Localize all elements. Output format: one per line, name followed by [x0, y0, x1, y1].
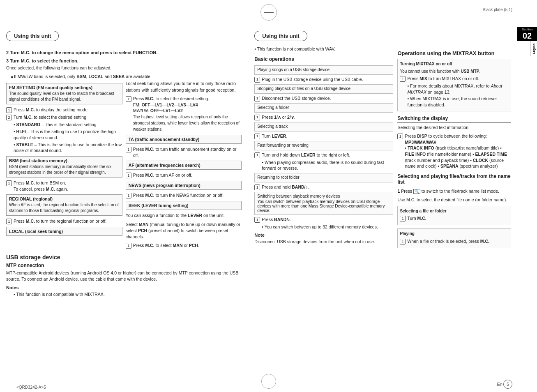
select-file-step1: 1 Turn M.C. [400, 215, 509, 221]
right-two-col: This function is not compatible with WAV… [254, 46, 511, 251]
op-ff-title: Fast forwarding or reversing [257, 143, 390, 148]
page-num-circle: 5 [503, 380, 512, 389]
switching-step1: 1 Press DISP to cycle between the follow… [397, 133, 511, 169]
step-num-1: 1 [6, 107, 12, 113]
ta-box: TA (traffic announcement standby) [126, 135, 242, 144]
local-box: LOCAL (local seek tuning) [6, 227, 122, 236]
right-page-left: This function is not compatible with WAV… [254, 46, 393, 251]
step-num-seek1: 1 [126, 243, 131, 249]
op-memory: Switching between playback memory device… [254, 192, 393, 215]
op-folder: Selecting a folder [254, 103, 393, 113]
af-step1: 1 Press M.C. to turn AF on or off. [126, 172, 242, 178]
regional-step1: 1 Press M.C. to turn the regional functi… [6, 218, 122, 224]
select-file-box: Selecting a file or folder 1 Turn M.C. [397, 206, 511, 226]
crosshair-bottom [264, 379, 274, 389]
op-playing-songs: Playing songs on a USB storage device [254, 65, 393, 75]
ta-title: TA (traffic announcement standby) [129, 137, 239, 142]
switching-heading: Switching the display [397, 115, 511, 122]
select-step1: 1 Press 🔍 to switch to the file/track na… [397, 188, 511, 194]
right-page: Using this unit This function is not com… [248, 27, 517, 376]
op-track: Selecting a track [254, 122, 393, 131]
select-file-title: Selecting a file or folder [400, 208, 509, 214]
playing-step1: 1 When a file or track is selected, pres… [400, 238, 509, 244]
left-page-title: Using this unit [6, 31, 59, 41]
note-section: Note Disconnect USB storage devices from… [254, 233, 393, 245]
op-memory-desc: You can switch between playback memory d… [257, 199, 390, 213]
op-root-title: Returning to root folder [257, 175, 390, 180]
crosshair-top [264, 7, 274, 17]
bsm-step1-text: Press M.C. to turn BSM on.To cancel, pre… [14, 180, 122, 192]
regional-title: REGIONAL (regional) [9, 196, 120, 201]
step3-desc: Once selected, the following functions c… [6, 65, 242, 71]
af-box: AF (alternative frequencies search) [126, 161, 242, 170]
fm-stable: STABLE – This is the setting to use to p… [14, 142, 122, 154]
switch-item-track: TRACK INFO (track title/artist name/albu… [405, 145, 499, 150]
basic-ops-heading: Basic operations [254, 56, 393, 63]
section-number: 02 [517, 31, 537, 40]
af-title: AF (alternative frequencies search) [129, 163, 239, 168]
seek-step1: 1 Press M.C. to select MAN or PCH. [126, 242, 242, 249]
op-track-step1: 1 Turn LEVER. [254, 133, 393, 139]
page-number-area: En 5 [497, 380, 512, 389]
local-title: LOCAL (local seek tuning) [9, 229, 120, 234]
section-label: Section [517, 28, 537, 31]
usb-title: USB storage device [6, 254, 242, 261]
fm-setting-desc: The sound quality level can be set to ma… [9, 91, 120, 102]
af-step1-text: Press M.C. to turn AF on or off. [133, 172, 242, 178]
op-ff: Fast forwarding or reversing [254, 141, 393, 150]
left-two-col: FM SETTING (FM sound quality settings) T… [6, 81, 242, 250]
mixtrax-box: Turning MIXTRAX on or off You cannot use… [397, 59, 511, 111]
select-step2: Use M.C. to select the desired file name… [397, 197, 511, 203]
step-num-reg1: 1 [6, 219, 12, 224]
step3-heading: 3 Turn M.C. to select the function. [6, 58, 242, 63]
mtp-heading: MTP connection [6, 263, 242, 268]
op-folder-step1: 1 Press 1/∧ or 2/∨. [254, 114, 393, 120]
op-root: Returning to root folder [254, 173, 393, 182]
bsm-desc: BSM (best stations memory) automatically… [9, 164, 120, 175]
page-num-badge: En 5 [497, 380, 512, 389]
playing-box: Playing 1 When a file or track is select… [397, 228, 511, 248]
switching-sub: Selecting the desired text information [397, 125, 511, 131]
note-text: Disconnect USB storage devices from the … [254, 239, 393, 245]
seek-desc: You can assign a function to the LEVER o… [126, 212, 242, 219]
op-ff-step1: 1 Turn and hold down LEVER to the right … [254, 152, 393, 158]
right-page-title: Using this unit [254, 31, 307, 41]
op-stopping-title: Stopping playback of files on a USB stor… [257, 86, 390, 91]
ta-step1-text: Press M.C. to turn traffic announcement … [133, 146, 242, 158]
regional-desc: When AF is used, the regional function l… [9, 202, 120, 214]
local-desc: Local seek tuning allows you to tune in … [126, 81, 242, 93]
op-memory-bullet: You can switch between up to 32 differen… [262, 224, 393, 230]
select-files-heading: Selecting and playing files/tracks from … [397, 173, 511, 186]
language-english: English [532, 43, 535, 55]
op-track-title: Selecting a track [257, 124, 390, 129]
switch-item-speana: SPEANA (spectrum analyzer) [438, 164, 498, 168]
bsm-step1: 1 Press M.C. to turn BSM on.To cancel, p… [6, 180, 122, 192]
language-sidebar: English [530, 41, 537, 56]
note2-text: This function is not compatible with WAV… [254, 46, 393, 52]
fm-step2: 2 Turn M.C. to select the desired settin… [6, 114, 122, 120]
fm-step1: 1 Press M.C. to display the setting mode… [6, 107, 122, 113]
seek-desc2: Select MAN (manual tuning) to tune up or… [126, 221, 242, 240]
bsm-box: BSM (best stations memory) BSM (best sta… [6, 156, 122, 178]
news-step1-text: Press M.C. to turn the NEWS function on … [133, 192, 242, 198]
news-step1: 1 Press M.C. to turn the NEWS function o… [126, 192, 242, 198]
local-step1: 1 Press M.C. to select the desired setti… [126, 96, 242, 132]
plate-text: Black plate (5,1) [483, 7, 512, 12]
op-ff-bullet: When playing compressed audio, there is … [262, 159, 393, 171]
right-page-right: Operations using the MIXTRAX button Turn… [397, 46, 511, 251]
news-title: NEWS (news program interruption) [129, 183, 239, 188]
step3-bullet: If MW/LW band is selected, only BSM, LOC… [11, 74, 242, 80]
mixtrax-sub-heading: Turning MIXTRAX on or off [400, 61, 509, 67]
step2-heading: 2 Turn M.C. to change the menu option an… [6, 50, 242, 55]
usb-notes-heading: Notes [6, 285, 242, 290]
local-step1-text: Press M.C. to select the desired setting… [133, 96, 242, 132]
fm-standard: STANDARD – This is the standard setting. [14, 122, 122, 128]
playing-title: Playing [400, 231, 509, 237]
news-box: NEWS (news program interruption) [126, 181, 242, 190]
bottom-bar [0, 376, 537, 392]
op-memory-step1: 1 Press BAND/♪. [254, 217, 393, 223]
bsm-title: BSM (best stations memory) [9, 158, 120, 163]
fm-step2-text: Turn M.C. to select the desired setting. [14, 114, 122, 120]
seek-box: SEEK (LEVER tuning setting) [126, 201, 242, 210]
note-heading: Note [254, 233, 393, 238]
